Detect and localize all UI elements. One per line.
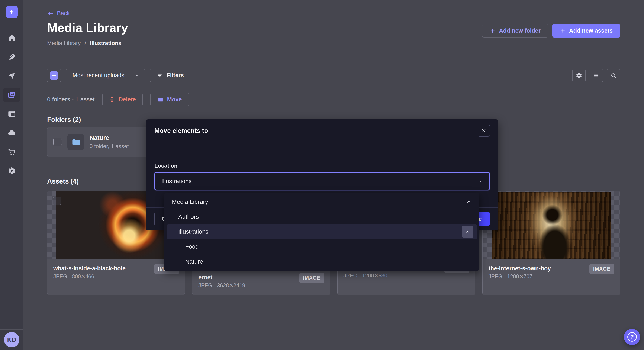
tree-item-food[interactable]: Food bbox=[164, 239, 479, 254]
tree-item-nature[interactable]: Nature bbox=[164, 254, 479, 269]
close-button[interactable] bbox=[478, 125, 490, 137]
tree-item-label: Nature bbox=[185, 258, 203, 265]
filters-button[interactable]: Filters bbox=[150, 69, 190, 82]
toolbar: Most recent uploads Filters bbox=[47, 69, 620, 82]
strapi-logo-icon bbox=[8, 8, 15, 16]
asset-type-badge: IMAGE bbox=[590, 264, 614, 274]
search-button[interactable] bbox=[607, 69, 620, 82]
folder-icon bbox=[68, 134, 84, 150]
folder-icon bbox=[157, 97, 163, 102]
modal-title: Move elements to bbox=[154, 127, 208, 134]
list-view-button[interactable] bbox=[590, 69, 603, 82]
add-new-assets-button[interactable]: Add new assets bbox=[552, 24, 620, 38]
collapse-button[interactable] bbox=[462, 226, 474, 238]
toolbar-right bbox=[572, 69, 620, 82]
sidebar-item-media-library[interactable] bbox=[0, 85, 24, 104]
paper-plane-icon bbox=[3, 69, 20, 83]
layout-icon bbox=[3, 107, 20, 121]
move-label: Move bbox=[167, 96, 182, 103]
help-button[interactable]: ? bbox=[624, 329, 640, 345]
sort-select[interactable]: Most recent uploads bbox=[66, 69, 145, 82]
move-button[interactable]: Move bbox=[150, 93, 189, 106]
tree-item-label: Illustrations bbox=[178, 228, 208, 235]
gear-icon bbox=[3, 164, 20, 178]
list-icon bbox=[593, 72, 600, 79]
asset-meta: JPEG - 1200✕707 bbox=[488, 273, 614, 279]
tree-item-authors[interactable]: Authors bbox=[164, 209, 479, 224]
folder-name: Nature bbox=[90, 134, 129, 141]
plus-icon bbox=[560, 28, 566, 34]
selection-row: 0 folders - 1 asset Delete Move bbox=[47, 93, 620, 106]
trash-icon bbox=[109, 97, 115, 102]
tree-item-label: Food bbox=[185, 243, 199, 250]
add-new-folder-button[interactable]: Add new folder bbox=[482, 24, 548, 38]
library-photo-image bbox=[492, 192, 610, 259]
back-link[interactable]: Back bbox=[47, 10, 70, 17]
tree-item-label: Media Library bbox=[172, 198, 208, 205]
asset-meta: JPEG - 1200✕630 bbox=[344, 272, 469, 279]
app-logo[interactable] bbox=[0, 0, 23, 24]
sidebar-item-home[interactable] bbox=[0, 28, 24, 47]
sidebar-item-marketplace[interactable] bbox=[0, 142, 24, 161]
sidebar-item-settings[interactable] bbox=[0, 161, 24, 180]
tree-item-label: Authors bbox=[178, 213, 199, 220]
asset-card[interactable]: the-internet-s-own-boy JPEG - 1200✕707 I… bbox=[482, 191, 620, 295]
question-mark-icon: ? bbox=[627, 332, 637, 342]
avatar-initials: KD bbox=[7, 336, 16, 343]
select-all-checkbox[interactable] bbox=[47, 69, 61, 82]
location-label: Location bbox=[154, 162, 490, 169]
asset-card-footer: the-internet-s-own-boy JPEG - 1200✕707 I… bbox=[482, 259, 620, 286]
asset-thumbnail bbox=[482, 191, 620, 259]
sidebar-item-content[interactable] bbox=[0, 47, 24, 66]
sidebar: KD bbox=[0, 0, 24, 350]
sidebar-item-layout[interactable] bbox=[0, 104, 24, 123]
breadcrumb-parent[interactable]: Media Library bbox=[47, 40, 81, 47]
images-icon bbox=[3, 88, 20, 102]
home-icon bbox=[3, 31, 20, 45]
sidebar-footer: KD bbox=[0, 329, 23, 350]
asset-type-badge: IMAGE bbox=[299, 273, 324, 283]
add-new-assets-label: Add new assets bbox=[569, 28, 613, 34]
tree-item-illustrations[interactable]: Illustrations bbox=[167, 224, 477, 239]
breadcrumb-separator: / bbox=[85, 40, 86, 47]
chevron-up-icon[interactable] bbox=[466, 199, 472, 205]
avatar[interactable]: KD bbox=[4, 332, 20, 347]
cloud-icon bbox=[3, 126, 20, 140]
chevron-up-icon bbox=[465, 229, 470, 234]
breadcrumb: Media Library / Illustrations bbox=[47, 40, 620, 47]
asset-meta: JPEG - 800✕466 bbox=[53, 273, 179, 279]
asset-card-footer: ernet JPEG - 3628✕2419 IMAGE bbox=[192, 268, 330, 295]
cart-icon bbox=[3, 145, 20, 159]
delete-button[interactable]: Delete bbox=[102, 93, 143, 106]
cog-icon bbox=[576, 72, 582, 79]
feather-icon bbox=[3, 50, 20, 64]
caret-down-icon bbox=[478, 179, 483, 183]
location-select[interactable]: Illustrations bbox=[154, 172, 490, 190]
close-icon bbox=[481, 128, 487, 133]
sidebar-item-releases[interactable] bbox=[0, 66, 24, 85]
modal-body: Location Illustrations bbox=[146, 142, 498, 190]
filters-label: Filters bbox=[166, 72, 184, 79]
tree-item-media-library[interactable]: Media Library bbox=[164, 194, 479, 209]
delete-label: Delete bbox=[119, 96, 136, 103]
settings-button[interactable] bbox=[572, 69, 586, 82]
header-actions: Add new folder Add new assets bbox=[482, 24, 620, 38]
search-icon bbox=[610, 72, 617, 79]
back-label: Back bbox=[57, 10, 70, 17]
folder-checkbox[interactable] bbox=[53, 138, 62, 146]
sidebar-item-cloud[interactable] bbox=[0, 123, 24, 142]
breadcrumb-current: Illustrations bbox=[90, 40, 121, 47]
sort-select-value: Most recent uploads bbox=[72, 72, 124, 79]
location-dropdown: Media Library Authors Illustrations Food… bbox=[164, 193, 479, 271]
caret-down-icon bbox=[134, 73, 139, 78]
selection-summary: 0 folders - 1 asset bbox=[47, 96, 95, 103]
asset-meta: JPEG - 3628✕2419 bbox=[198, 282, 324, 288]
plus-icon bbox=[490, 28, 496, 34]
asset-checkbox[interactable] bbox=[53, 197, 62, 205]
filter-icon bbox=[157, 73, 163, 79]
add-new-folder-label: Add new folder bbox=[499, 28, 540, 34]
folder-meta: 0 folder, 1 asset bbox=[90, 143, 129, 150]
arrow-left-icon bbox=[47, 10, 54, 17]
modal-header: Move elements to bbox=[146, 119, 498, 142]
indeterminate-checkbox-icon bbox=[50, 71, 58, 80]
